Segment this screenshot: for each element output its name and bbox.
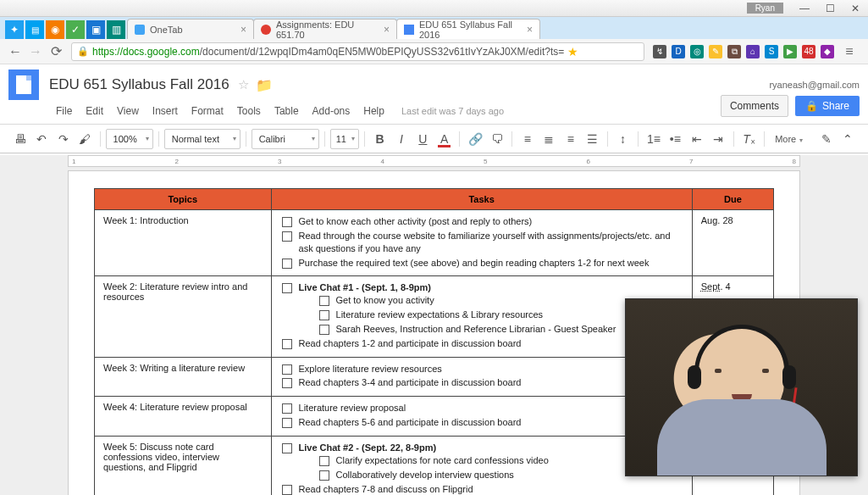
print-icon[interactable]: 🖶 (10, 129, 30, 149)
menu-help[interactable]: Help (357, 102, 391, 120)
tab-close-icon[interactable]: × (523, 24, 533, 36)
undo-icon[interactable]: ↶ (31, 129, 51, 149)
clear-format-icon[interactable]: Tₓ (739, 129, 759, 149)
edit-status: Last edit was 7 days ago (401, 106, 504, 116)
tab-label: EDU 651 Syllabus Fall 2016 (419, 19, 523, 40)
folder-icon[interactable]: 📁 (256, 77, 273, 93)
extension-icon[interactable]: ◆ (821, 45, 834, 58)
menu-format[interactable]: Format (185, 102, 230, 120)
cell-topic[interactable]: Week 2: Literature review intro and reso… (95, 276, 272, 357)
browser-tab-onetab[interactable]: OneTab × (127, 19, 254, 39)
browser-menu-icon[interactable]: ≡ (839, 42, 860, 62)
pinned-tab[interactable]: ✓ (66, 20, 85, 39)
font-dropdown[interactable]: Calibri (252, 129, 319, 149)
align-justify-icon[interactable]: ☰ (582, 129, 601, 149)
underline-icon[interactable]: U (413, 129, 433, 149)
extension-icon[interactable]: ◎ (690, 45, 704, 58)
extension-icon[interactable]: ✎ (709, 45, 722, 58)
onetab-icon (135, 25, 145, 35)
align-right-icon[interactable]: ≡ (561, 129, 580, 149)
window-user-badge: Ryan (747, 3, 783, 14)
reload-button[interactable]: ⟳ (46, 42, 66, 62)
more-button[interactable]: More (770, 134, 815, 144)
gdocs-logo-icon[interactable] (8, 70, 39, 100)
gdocs-icon (404, 25, 414, 35)
paint-format-icon[interactable]: 🖌 (75, 129, 94, 149)
menu-table[interactable]: Table (268, 102, 306, 120)
menu-edit[interactable]: Edit (79, 102, 110, 120)
share-icon: 🔒 (805, 100, 818, 112)
pinned-tab[interactable]: ◉ (46, 20, 64, 39)
forward-button[interactable]: → (25, 42, 46, 62)
tab-close-icon[interactable]: × (380, 24, 390, 36)
redo-icon[interactable]: ↷ (53, 129, 73, 149)
edit-mode-icon[interactable]: ✎ (816, 129, 836, 149)
user-email[interactable]: ryaneash@gmail.com (769, 80, 860, 90)
canvas-icon (261, 25, 271, 35)
cell-tasks[interactable]: Get to know each other activity (post an… (271, 210, 692, 276)
bold-icon[interactable]: B (370, 129, 390, 149)
pinned-tab[interactable]: ▥ (107, 20, 125, 39)
extension-badge-icon[interactable]: 48 (802, 45, 815, 58)
link-icon[interactable]: 🔗 (465, 129, 484, 149)
menu-tools[interactable]: Tools (230, 102, 268, 120)
tab-close-icon[interactable]: × (237, 24, 246, 36)
font-size-dropdown[interactable]: 11 (330, 129, 359, 149)
ruler[interactable]: 1 2 3 4 5 6 7 8 (68, 155, 800, 167)
extension-icon[interactable]: S (765, 45, 778, 58)
increase-indent-icon[interactable]: ⇥ (708, 129, 727, 149)
decrease-indent-icon[interactable]: ⇤ (687, 129, 706, 149)
extension-icon[interactable]: D (672, 45, 685, 58)
line-spacing-icon[interactable]: ↕ (613, 129, 633, 149)
menu-view[interactable]: View (110, 102, 146, 120)
pinned-tab[interactable]: ✦ (5, 20, 24, 39)
tab-label: OneTab (150, 25, 183, 35)
cell-topic[interactable]: Week 4: Literature review proposal (95, 397, 272, 437)
menu-addons[interactable]: Add-ons (306, 102, 357, 120)
star-icon[interactable]: ☆ (238, 77, 249, 92)
pinned-tab[interactable]: ▤ (25, 20, 44, 39)
extension-icon[interactable]: ⌂ (746, 45, 760, 58)
url-domain: https://docs.google.com (92, 46, 200, 58)
document-title[interactable]: EDU 651 Syllabus Fall 2016 (49, 76, 229, 93)
comments-button[interactable]: Comments (721, 95, 788, 117)
style-dropdown[interactable]: Normal text (164, 129, 240, 149)
italic-icon[interactable]: I (391, 129, 411, 149)
bulleted-list-icon[interactable]: •≡ (666, 129, 685, 149)
docs-header: EDU 651 Syllabus Fall 2016 ☆ 📁 ryaneash@… (0, 64, 868, 125)
numbered-list-icon[interactable]: 1≡ (644, 129, 663, 149)
extension-icon[interactable]: ▶ (783, 45, 797, 58)
menu-file[interactable]: File (49, 102, 79, 120)
window-minimize-button[interactable]: — (792, 0, 817, 17)
menu-insert[interactable]: Insert (146, 102, 185, 120)
chevron-up-icon[interactable]: ⌃ (838, 129, 858, 149)
url-bar[interactable]: 🔒 https://docs.google.com/document/d/12w… (71, 42, 644, 61)
back-button[interactable]: ← (5, 42, 25, 62)
cell-due[interactable]: Aug. 28 (692, 210, 773, 276)
cell-topic[interactable]: Week 5: Discuss note card confessions vi… (95, 436, 272, 495)
table-row[interactable]: Week 1: IntroductionGet to know each oth… (95, 210, 774, 276)
cell-topic[interactable]: Week 1: Introduction (95, 210, 272, 276)
comment-icon[interactable]: 🗨 (487, 129, 506, 149)
zoom-dropdown[interactable]: 100% (106, 129, 153, 149)
share-button[interactable]: 🔒 Share (795, 96, 860, 116)
extension-icon[interactable]: ⧉ (727, 45, 741, 58)
align-left-icon[interactable]: ≡ (517, 129, 537, 149)
col-tasks: Tasks (271, 189, 692, 210)
window-titlebar: Ryan — ☐ ✕ (0, 0, 868, 17)
ruler-mark: 8 (793, 158, 796, 165)
ruler-mark: 6 (587, 158, 590, 165)
share-label: Share (822, 100, 849, 112)
text-color-icon[interactable]: A (434, 129, 454, 149)
tab-label: Assignments: EDU 651.70 (276, 19, 380, 40)
cell-topic[interactable]: Week 3: Writing a literature review (95, 357, 272, 397)
ruler-area: 1 2 3 4 5 6 7 8 (0, 155, 868, 170)
window-maximize-button[interactable]: ☐ (817, 0, 843, 17)
browser-tab-canvas[interactable]: Assignments: EDU 651.70 × (253, 19, 397, 39)
window-close-button[interactable]: ✕ (843, 0, 868, 17)
pinned-tab[interactable]: ▣ (86, 20, 105, 39)
extension-icon[interactable]: ↯ (653, 45, 666, 58)
bookmark-star-icon[interactable]: ★ (567, 45, 578, 58)
align-center-icon[interactable]: ≣ (539, 129, 559, 149)
browser-tab-docs[interactable]: EDU 651 Syllabus Fall 2016 × (396, 19, 540, 39)
